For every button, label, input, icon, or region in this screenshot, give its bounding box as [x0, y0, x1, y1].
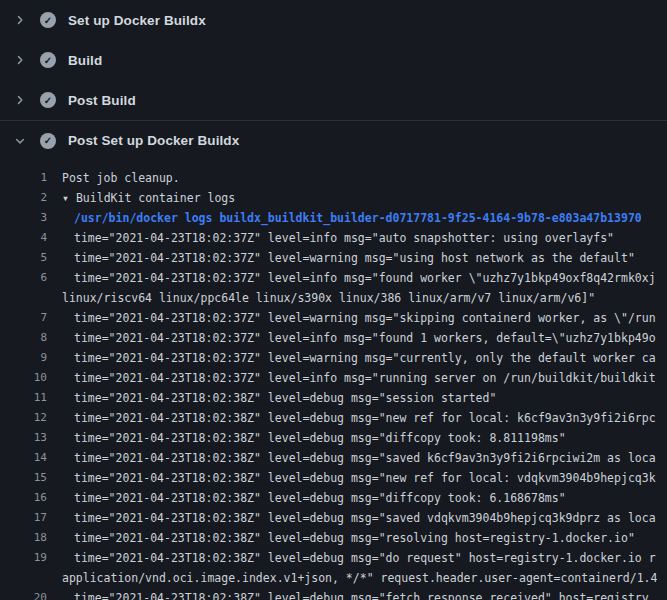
line-number[interactable]: 6 — [0, 268, 47, 288]
step-section-label: Set up Docker Buildx — [68, 13, 206, 28]
line-text: time="2021-04-23T18:02:37Z" level=warnin… — [74, 248, 635, 268]
log-lines: 1Post job cleanup.2▾BuildKit container l… — [0, 160, 667, 600]
step-sections: ✓ Set up Docker Buildx ✓ Build ✓ Post Bu… — [0, 0, 667, 160]
log-line: 4time="2021-04-23T18:02:37Z" level=info … — [0, 228, 667, 248]
chevron-right-icon[interactable] — [12, 52, 28, 68]
step-section-header[interactable]: ✓ Set up Docker Buildx — [0, 0, 667, 40]
log-line: 11time="2021-04-23T18:02:38Z" level=debu… — [0, 388, 667, 408]
line-text: time="2021-04-23T18:02:38Z" level=debug … — [74, 408, 656, 428]
line-text: time="2021-04-23T18:02:38Z" level=debug … — [74, 488, 566, 508]
step-section-label: Post Set up Docker Buildx — [68, 133, 239, 148]
line-number[interactable]: 16 — [0, 488, 47, 508]
check-circle-icon: ✓ — [40, 92, 56, 108]
line-number[interactable]: 19 — [0, 548, 47, 568]
line-number — [0, 568, 47, 588]
line-text: time="2021-04-23T18:02:37Z" level=info m… — [74, 228, 614, 248]
line-text: time="2021-04-23T18:02:38Z" level=debug … — [74, 468, 656, 488]
group-toggle-icon[interactable]: ▾ — [62, 188, 69, 208]
line-number[interactable]: 3 — [0, 208, 47, 228]
log-line: 20time="2021-04-23T18:02:38Z" level=debu… — [0, 588, 667, 600]
line-text: time="2021-04-23T18:02:37Z" level=info m… — [74, 368, 656, 388]
check-circle-icon: ✓ — [40, 133, 56, 149]
step-section-label: Post Build — [68, 93, 136, 108]
line-number[interactable]: 5 — [0, 248, 47, 268]
log-line-continuation: linux/riscv64 linux/ppc64le linux/s390x … — [0, 288, 667, 308]
line-text: time="2021-04-23T18:02:38Z" level=debug … — [74, 388, 496, 408]
line-text: /usr/bin/docker logs buildx_buildkit_bui… — [74, 208, 642, 228]
chevron-down-icon[interactable] — [12, 133, 28, 149]
chevron-right-icon[interactable] — [12, 12, 28, 28]
line-number[interactable]: 20 — [0, 588, 47, 600]
chevron-right-icon[interactable] — [12, 92, 28, 108]
line-text: time="2021-04-23T18:02:38Z" level=debug … — [74, 508, 656, 528]
line-number[interactable]: 18 — [0, 528, 47, 548]
line-number[interactable]: 2 — [0, 188, 47, 208]
line-number — [0, 288, 47, 308]
line-text: time="2021-04-23T18:02:37Z" level=info m… — [74, 328, 656, 348]
log-line: 15time="2021-04-23T18:02:38Z" level=debu… — [0, 468, 667, 488]
log-line: 10time="2021-04-23T18:02:37Z" level=info… — [0, 368, 667, 388]
line-number[interactable]: 12 — [0, 408, 47, 428]
log-line: 1Post job cleanup. — [0, 168, 667, 188]
log-line: 16time="2021-04-23T18:02:38Z" level=debu… — [0, 488, 667, 508]
log-line: 9time="2021-04-23T18:02:37Z" level=warni… — [0, 348, 667, 368]
line-number[interactable]: 9 — [0, 348, 47, 368]
step-section-header[interactable]: ✓ Post Build — [0, 80, 667, 120]
line-text: application/vnd.oci.image.index.v1+json,… — [62, 568, 657, 588]
check-circle-icon: ✓ — [40, 52, 56, 68]
line-number[interactable]: 17 — [0, 508, 47, 528]
log-line: 5time="2021-04-23T18:02:37Z" level=warni… — [0, 248, 667, 268]
line-text: time="2021-04-23T18:02:37Z" level=warnin… — [74, 348, 656, 368]
log-line: 13time="2021-04-23T18:02:38Z" level=debu… — [0, 428, 667, 448]
log-line: 7time="2021-04-23T18:02:37Z" level=warni… — [0, 308, 667, 328]
line-number[interactable]: 4 — [0, 228, 47, 248]
line-text: time="2021-04-23T18:02:38Z" level=debug … — [74, 448, 656, 468]
check-circle-icon: ✓ — [40, 12, 56, 28]
line-text: time="2021-04-23T18:02:38Z" level=debug … — [74, 548, 656, 568]
step-section-label: Build — [68, 53, 102, 68]
log-line: 8time="2021-04-23T18:02:37Z" level=info … — [0, 328, 667, 348]
line-number[interactable]: 1 — [0, 168, 47, 188]
line-text: Post job cleanup. — [62, 168, 180, 188]
line-text: linux/riscv64 linux/ppc64le linux/s390x … — [62, 288, 595, 308]
line-text: time="2021-04-23T18:02:37Z" level=info m… — [74, 268, 656, 288]
log-line-command: 3/usr/bin/docker logs buildx_buildkit_bu… — [0, 208, 667, 228]
step-section-header[interactable]: ✓ Post Set up Docker Buildx — [0, 120, 667, 160]
line-text: time="2021-04-23T18:02:38Z" level=debug … — [74, 528, 635, 548]
log-line: 6time="2021-04-23T18:02:37Z" level=info … — [0, 268, 667, 288]
log-line: 17time="2021-04-23T18:02:38Z" level=debu… — [0, 508, 667, 528]
line-number[interactable]: 13 — [0, 428, 47, 448]
line-text: time="2021-04-23T18:02:38Z" level=debug … — [74, 428, 566, 448]
line-number[interactable]: 14 — [0, 448, 47, 468]
log-line: 19time="2021-04-23T18:02:38Z" level=debu… — [0, 548, 667, 568]
step-section-header[interactable]: ✓ Build — [0, 40, 667, 80]
log-line-group: 2▾BuildKit container logs — [0, 188, 667, 208]
line-number[interactable]: 7 — [0, 308, 47, 328]
line-text: BuildKit container logs — [76, 188, 235, 208]
log-line: 18time="2021-04-23T18:02:38Z" level=debu… — [0, 528, 667, 548]
line-number[interactable]: 8 — [0, 328, 47, 348]
line-text: time="2021-04-23T18:02:38Z" level=debug … — [74, 588, 649, 600]
line-number[interactable]: 15 — [0, 468, 47, 488]
log-line: 14time="2021-04-23T18:02:38Z" level=debu… — [0, 448, 667, 468]
line-number[interactable]: 10 — [0, 368, 47, 388]
log-line-continuation: application/vnd.oci.image.index.v1+json,… — [0, 568, 667, 588]
line-number[interactable]: 11 — [0, 388, 47, 408]
line-text: time="2021-04-23T18:02:37Z" level=warnin… — [74, 308, 656, 328]
log-line: 12time="2021-04-23T18:02:38Z" level=debu… — [0, 408, 667, 428]
